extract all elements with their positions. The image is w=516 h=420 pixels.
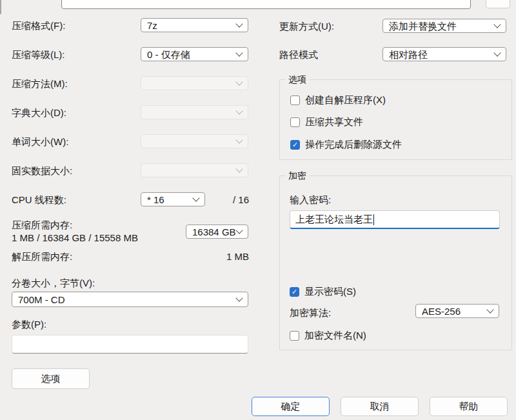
compression-method-label: 压缩方法(M): xyxy=(12,78,68,90)
cpu-threads-total: / 16 xyxy=(213,194,249,206)
window-edge-fragment xyxy=(0,0,1,14)
volume-size-label: 分卷大小，字节(V): xyxy=(12,277,95,289)
memory-limit-value: 16384 GB xyxy=(192,227,236,237)
volume-size-value: 700M - CD xyxy=(18,295,65,305)
options-group: 选项 创建自解压程序(X) 压缩共享文件 操作完成后删除源文件 xyxy=(279,79,512,160)
enter-password-label: 输入密码: xyxy=(290,194,331,206)
browse-button-fragment[interactable] xyxy=(486,0,510,8)
options-button[interactable]: 选项 xyxy=(12,368,90,389)
memory-compress-detail: 1 MB / 16384 GB / 15558 MB xyxy=(12,232,138,244)
chevron-down-icon xyxy=(495,22,500,27)
chevron-down-icon xyxy=(237,228,242,233)
chevron-down-icon xyxy=(488,307,493,312)
chevron-down-icon xyxy=(237,50,242,55)
memory-decompress-label: 解压所需内存: xyxy=(12,251,72,263)
memory-decompress-value: 1 MB xyxy=(194,251,249,263)
path-mode-value: 相对路径 xyxy=(389,50,428,59)
compression-level-select[interactable]: 0 - 仅存储 xyxy=(141,47,248,61)
archive-name-input-fragment[interactable] xyxy=(61,0,471,9)
memory-compress-label: 压缩所需内存: xyxy=(12,219,72,231)
delete-after-checkbox-row[interactable]: 操作完成后删除源文件 xyxy=(290,139,402,150)
chevron-down-icon xyxy=(237,137,242,143)
add-to-archive-dialog: 压缩格式(F): 7z 压缩等级(L): 0 - 仅存储 压缩方法(M): 字典… xyxy=(0,0,516,420)
cancel-button[interactable]: 取消 xyxy=(341,397,419,416)
chevron-down-icon xyxy=(237,21,242,26)
memory-limit-select[interactable]: 16384 GB xyxy=(186,225,248,239)
path-mode-select[interactable]: 相对路径 xyxy=(382,47,506,61)
encryption-method-label: 加密算法: xyxy=(290,307,331,319)
parameters-label: 参数(P): xyxy=(12,319,46,330)
word-size-label: 单词大小(W): xyxy=(12,136,68,148)
encryption-group: 加密 输入密码: 上老王论坛当老王 显示密码(S) 加密算法: AES-256 … xyxy=(279,175,512,350)
solid-block-size-label: 固实数据大小: xyxy=(12,165,72,177)
show-password-label: 显示密码(S) xyxy=(304,286,356,297)
create-sfx-checkbox-row[interactable]: 创建自解压程序(X) xyxy=(290,94,386,106)
path-mode-label: 路径模式 xyxy=(279,49,318,61)
compress-shared-checkbox[interactable] xyxy=(290,117,300,127)
word-size-select xyxy=(141,134,248,148)
chevron-down-icon xyxy=(237,108,242,114)
compression-method-select xyxy=(141,76,248,90)
compression-format-select[interactable]: 7z xyxy=(141,18,248,32)
compression-format-label: 压缩格式(F): xyxy=(12,20,65,32)
update-mode-label: 更新方式(U): xyxy=(279,21,334,32)
cpu-threads-value: * 16 xyxy=(147,195,164,205)
encrypt-names-checkbox-row[interactable]: 加密文件名(N) xyxy=(290,330,366,341)
encrypt-names-checkbox[interactable] xyxy=(290,331,299,341)
update-mode-value: 添加并替换文件 xyxy=(389,21,457,31)
encrypt-names-label: 加密文件名(N) xyxy=(304,330,366,341)
dictionary-size-label: 字典大小(D): xyxy=(12,107,66,119)
compression-level-label: 压缩等级(L): xyxy=(12,49,65,61)
encryption-group-title: 加密 xyxy=(285,170,310,181)
ok-button[interactable]: 确定 xyxy=(252,397,330,416)
options-group-title: 选项 xyxy=(285,74,310,85)
dictionary-size-select xyxy=(141,105,248,119)
parameters-input[interactable] xyxy=(12,335,248,354)
update-mode-select[interactable]: 添加并替换文件 xyxy=(382,19,506,33)
password-value: 上老王论坛当老王 xyxy=(295,214,373,226)
delete-after-checkbox[interactable] xyxy=(290,140,300,150)
create-sfx-checkbox[interactable] xyxy=(290,95,300,105)
compression-format-value: 7z xyxy=(147,21,157,30)
volume-size-select[interactable]: 700M - CD xyxy=(12,292,248,307)
chevron-down-icon xyxy=(237,166,242,172)
chevron-down-icon xyxy=(237,79,242,85)
compression-level-value: 0 - 仅存储 xyxy=(147,50,190,59)
create-sfx-label: 创建自解压程序(X) xyxy=(305,94,386,106)
show-password-checkbox[interactable] xyxy=(290,287,299,297)
show-password-checkbox-row[interactable]: 显示密码(S) xyxy=(290,286,356,297)
delete-after-label: 操作完成后删除源文件 xyxy=(305,139,402,150)
text-caret xyxy=(373,214,374,225)
compress-shared-label: 压缩共享文件 xyxy=(305,116,363,128)
encryption-method-value: AES-256 xyxy=(422,306,461,316)
cpu-threads-label: CPU 线程数: xyxy=(12,194,66,206)
chevron-down-icon xyxy=(194,195,199,201)
help-button[interactable]: 帮助 xyxy=(430,397,508,416)
compress-shared-checkbox-row[interactable]: 压缩共享文件 xyxy=(290,116,363,128)
cpu-threads-select[interactable]: * 16 xyxy=(141,192,205,206)
chevron-down-icon xyxy=(495,50,500,55)
encryption-method-select[interactable]: AES-256 xyxy=(415,304,499,318)
chevron-down-icon xyxy=(237,295,242,301)
password-input[interactable]: 上老王论坛当老王 xyxy=(290,210,500,229)
solid-block-size-select xyxy=(141,163,248,177)
